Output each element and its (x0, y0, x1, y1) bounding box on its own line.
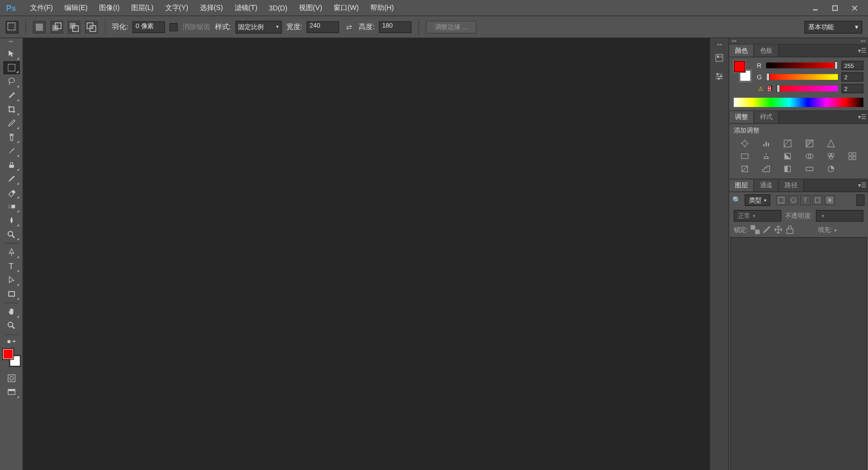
menu-layer[interactable]: 图层(L) (126, 1, 160, 15)
blend-mode-select[interactable]: 正常▾ (734, 210, 782, 221)
path-selection-tool[interactable] (3, 274, 19, 286)
tab-channels[interactable]: 通道 (754, 179, 779, 191)
quick-mask-icon[interactable] (3, 372, 19, 385)
posterize-icon[interactable] (761, 164, 772, 174)
g-slider[interactable] (766, 74, 838, 80)
style-select[interactable]: 固定比例▾ (236, 21, 282, 33)
fg-color-swatch[interactable] (734, 61, 745, 72)
tab-layers[interactable]: 图层 (729, 179, 754, 191)
tab-paths[interactable]: 路径 (779, 179, 804, 191)
type-tool[interactable]: T (3, 260, 19, 272)
threshold-icon[interactable] (782, 164, 794, 174)
refine-edge-button[interactable]: 调整边缘 ... (426, 21, 476, 33)
gradient-map-icon[interactable] (804, 164, 815, 174)
dodge-tool[interactable] (3, 228, 19, 241)
eraser-tool[interactable] (3, 186, 19, 199)
color-panel-swatches[interactable] (734, 61, 751, 81)
selection-subtract-icon[interactable] (68, 21, 80, 33)
layer-filter-toggle[interactable] (856, 194, 864, 206)
rectangular-marquee-tool[interactable] (3, 61, 19, 74)
selection-new-icon[interactable] (33, 21, 46, 33)
rectangle-tool[interactable] (3, 288, 19, 300)
gamut-warning-icon[interactable]: ⚠ (757, 85, 764, 92)
swap-colors-icon[interactable] (3, 337, 19, 345)
panels-collapse-handle[interactable]: ◂◂▸▸ (729, 38, 868, 44)
color-ramp[interactable] (734, 98, 863, 107)
r-value-input[interactable]: 255 (841, 61, 863, 70)
menu-help[interactable]: 帮助(H) (365, 1, 400, 15)
menu-select[interactable]: 选择(S) (194, 1, 229, 15)
exposure-icon[interactable] (804, 138, 815, 149)
gradient-tool[interactable] (3, 200, 19, 213)
selection-intersect-icon[interactable] (85, 21, 97, 33)
black-white-icon[interactable] (782, 151, 794, 162)
photo-filter-icon[interactable] (804, 151, 815, 162)
menu-edit[interactable]: 编辑(E) (59, 1, 93, 15)
height-input[interactable]: 180 (379, 21, 412, 33)
r-slider[interactable] (766, 62, 838, 68)
antialias-checkbox[interactable] (170, 23, 178, 31)
swap-dimensions-icon[interactable]: ⇄ (344, 22, 354, 32)
g-value-input[interactable]: 2 (841, 72, 863, 81)
clone-stamp-tool[interactable] (3, 159, 19, 171)
opacity-input[interactable]: ▾ (816, 210, 863, 221)
curves-icon[interactable] (782, 138, 794, 149)
b-value-input[interactable]: 2 (841, 84, 863, 93)
canvas-area[interactable] (23, 38, 709, 470)
properties-panel-icon[interactable] (712, 69, 726, 83)
menu-view[interactable]: 视图(V) (293, 1, 328, 15)
menu-file[interactable]: 文件(F) (24, 1, 58, 15)
layer-filter-kind[interactable]: 类型▾ (745, 194, 771, 206)
selective-color-icon[interactable] (825, 164, 837, 174)
hue-saturation-icon[interactable] (739, 151, 750, 162)
toolbox-collapse-handle[interactable]: ▸▸ (0, 38, 23, 44)
pen-tool[interactable] (3, 246, 19, 259)
menu-3d[interactable]: 3D(D) (263, 2, 293, 14)
workspace-switcher[interactable]: 基本功能▾ (804, 21, 862, 33)
brush-tool[interactable] (3, 145, 19, 157)
panel-menu-icon[interactable]: ▾☰ (856, 111, 868, 123)
history-panel-icon[interactable] (712, 51, 726, 65)
brightness-contrast-icon[interactable] (739, 138, 750, 149)
filter-smart-icon[interactable] (825, 195, 835, 205)
panel-menu-icon[interactable]: ▾☰ (856, 45, 868, 57)
magic-wand-tool[interactable] (3, 89, 19, 101)
tab-color[interactable]: 颜色 (729, 45, 754, 57)
screen-mode-icon[interactable] (3, 386, 19, 398)
b-slider[interactable] (777, 85, 838, 91)
tab-adjustments[interactable]: 调整 (729, 111, 754, 123)
filter-type-icon[interactable]: T (800, 195, 811, 205)
panel-menu-icon[interactable]: ▾☰ (856, 179, 868, 191)
filter-shape-icon[interactable] (812, 195, 823, 205)
crop-tool[interactable] (3, 103, 19, 115)
vibrance-icon[interactable] (825, 138, 837, 149)
lock-all-icon[interactable] (785, 225, 794, 234)
lock-transparency-icon[interactable] (750, 225, 759, 234)
tab-styles[interactable]: 样式 (754, 111, 779, 123)
lasso-tool[interactable] (3, 75, 19, 88)
levels-icon[interactable] (761, 138, 772, 149)
foreground-color-swatch[interactable] (3, 349, 13, 360)
color-swatches[interactable] (3, 349, 20, 367)
blur-tool[interactable] (3, 214, 19, 226)
menu-type[interactable]: 文字(Y) (159, 1, 194, 15)
close-button[interactable] (845, 2, 864, 14)
history-brush-tool[interactable] (3, 172, 19, 185)
invert-icon[interactable] (739, 164, 750, 174)
color-lookup-icon[interactable] (847, 151, 858, 162)
lock-position-icon[interactable] (774, 225, 783, 234)
layers-list[interactable] (730, 237, 867, 470)
hand-tool[interactable] (3, 305, 19, 318)
menu-filter[interactable]: 滤镜(T) (229, 1, 263, 15)
feather-input[interactable]: 0 像素 (133, 21, 165, 33)
filter-pixel-icon[interactable] (776, 195, 787, 205)
maximize-button[interactable] (825, 2, 845, 14)
fill-input[interactable]: ▾ (834, 226, 863, 233)
minimize-button[interactable] (806, 2, 825, 14)
tab-swatches[interactable]: 色板 (754, 45, 779, 57)
menu-image[interactable]: 图像(I) (93, 1, 126, 15)
healing-brush-tool[interactable] (3, 131, 19, 143)
color-balance-icon[interactable] (761, 151, 772, 162)
filter-adjustment-icon[interactable] (788, 195, 799, 205)
menu-window[interactable]: 窗口(W) (328, 1, 365, 15)
